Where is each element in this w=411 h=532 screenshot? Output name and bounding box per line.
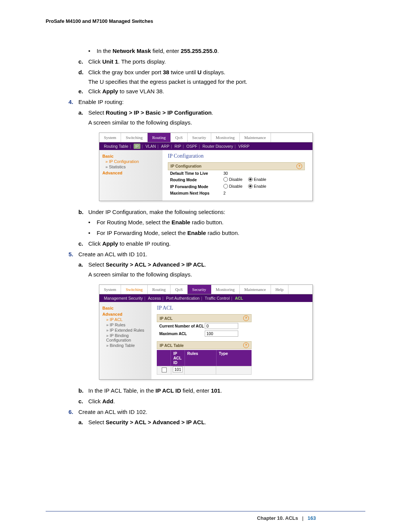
tab-maintenance[interactable]: Maintenance xyxy=(240,285,271,294)
ttl-label: Default Time to Live xyxy=(170,171,223,176)
text: Select Security > ACL > Advanced > IP AC… xyxy=(88,261,206,268)
section-label: IP Configuration xyxy=(170,164,201,168)
sidebar-ip-extended-rules[interactable]: » IP Extended Rules xyxy=(106,328,148,332)
subtab-ip[interactable]: IP xyxy=(134,144,140,149)
tab-system[interactable]: System xyxy=(99,285,121,294)
tab-help[interactable]: Help xyxy=(271,285,288,294)
text: In the Network Mask field, enter 255.255… xyxy=(97,48,219,54)
text: Click Add. xyxy=(88,398,115,404)
subtab-arp[interactable]: ARP xyxy=(161,144,169,149)
subtab-mgmt-security[interactable]: Management Security xyxy=(104,296,143,300)
text: Click the gray box under port 38 twice u… xyxy=(88,69,225,75)
screenshot-ip-configuration: System Switching Routing QoS Security Mo… xyxy=(99,133,313,201)
subtab-router-discovery[interactable]: Router Discovery xyxy=(202,144,233,149)
text: Enable IP routing: xyxy=(78,99,124,105)
text: Click Apply to enable IP routing. xyxy=(88,240,171,247)
subtab-acl[interactable]: ACL xyxy=(235,296,243,300)
sidebar-ip-binding-config[interactable]: » IP Binding Configuration xyxy=(106,333,148,342)
sidebar-ip-acl[interactable]: » IP ACL xyxy=(106,317,148,322)
subtab-access[interactable]: Access xyxy=(148,296,161,300)
panel-title: IP ACL xyxy=(157,305,312,311)
text: Create an ACL with ID 102. xyxy=(78,409,147,415)
help-icon[interactable]: ? xyxy=(243,342,249,348)
subtab-ospf[interactable]: OSPF xyxy=(186,144,198,149)
hops-label: Maximum Next Hops xyxy=(170,191,223,195)
tab-routing[interactable]: Routing xyxy=(148,285,170,294)
th-rules: Rules xyxy=(185,350,217,366)
content-body: • In the Network Mask field, enter 255.2… xyxy=(68,47,365,427)
page-footer: Chapter 10. ACLs | 163 xyxy=(46,511,365,521)
tab-monitoring[interactable]: Monitoring xyxy=(211,133,240,142)
routing-mode-label: Routing Mode xyxy=(170,177,223,182)
current-acl-input[interactable]: 0 xyxy=(205,323,238,329)
fwd-enable-radio[interactable]: Enable xyxy=(248,184,266,189)
text: Select Routing > IP > Basic > IP Configu… xyxy=(88,109,213,116)
help-icon[interactable]: ? xyxy=(243,315,249,321)
section-label: IP ACL xyxy=(159,316,172,321)
current-acl-label: Current Number of ACL xyxy=(159,324,205,328)
subtab-port-auth[interactable]: Port Authentication xyxy=(166,296,199,300)
text: Click Unit 1. The ports display. xyxy=(88,58,166,65)
subtab-vlan[interactable]: VLAN xyxy=(145,144,156,149)
text: Click Apply to save VLAN 38. xyxy=(88,88,164,94)
hops-value: 2 xyxy=(223,191,310,195)
ttl-value: 30 xyxy=(223,171,310,176)
tab-switching[interactable]: Switching xyxy=(121,285,148,294)
page-header: ProSafe M4100 and M7100 Managed Switches xyxy=(46,18,365,24)
screenshot-ip-acl: System Switching Routing QoS Security Mo… xyxy=(99,284,313,380)
text: Create an ACL with ID 101. xyxy=(78,251,147,257)
text: A screen similar to the following displa… xyxy=(88,119,365,126)
sidebar-ip-rules[interactable]: » IP Rules xyxy=(106,323,148,327)
fwd-disable-radio[interactable]: Disable xyxy=(223,184,242,189)
tab-security[interactable]: Security xyxy=(188,285,211,294)
sidebar-basic[interactable]: Basic xyxy=(102,306,148,310)
sidebar-advanced[interactable]: Advanced xyxy=(102,171,159,175)
tab-qos[interactable]: QoS xyxy=(170,133,188,142)
text: Select Security > ACL > Advanced > IP AC… xyxy=(88,419,206,425)
tab-routing[interactable]: Routing xyxy=(148,133,170,142)
row-checkbox[interactable] xyxy=(162,367,167,372)
tab-system[interactable]: System xyxy=(99,133,121,142)
sidebar-statistics[interactable]: » Statistics xyxy=(105,165,159,169)
tab-qos[interactable]: QoS xyxy=(170,285,188,294)
subtab-traffic-control[interactable]: Traffic Control xyxy=(205,296,229,300)
routing-disable-radio[interactable]: Disable xyxy=(223,177,242,182)
tab-security[interactable]: Security xyxy=(188,133,211,142)
sidebar-ip-configuration[interactable]: » IP Configuration xyxy=(105,159,159,164)
max-acl-label: Maximum ACL xyxy=(159,331,205,336)
tab-switching[interactable]: Switching xyxy=(121,133,148,142)
subtab-vrrp[interactable]: VRRP xyxy=(238,144,249,149)
panel-title: IP Configuration xyxy=(168,153,312,159)
text: In the IP ACL Table, in the IP ACL ID fi… xyxy=(88,387,222,394)
routing-enable-radio[interactable]: Enable xyxy=(248,177,266,182)
max-acl-input[interactable]: 100 xyxy=(205,331,238,337)
text: For IP Forwarding Mode, select the Enabl… xyxy=(97,230,239,236)
sidebar-binding-table[interactable]: » Binding Table xyxy=(106,343,148,348)
th-type: Type xyxy=(217,350,252,366)
text: A screen similar to the following displa… xyxy=(88,271,365,278)
text: Under IP Configuration, make the followi… xyxy=(88,209,225,215)
th-ip-acl-id: IP ACL ID xyxy=(171,350,185,366)
fwd-mode-label: IP Forwarding Mode xyxy=(170,184,223,189)
text: The U specifies that the egress packet i… xyxy=(88,78,365,85)
text: For Routing Mode, select the Enable radi… xyxy=(97,219,224,225)
subtab-rip[interactable]: RIP xyxy=(175,144,182,149)
tab-maintenance[interactable]: Maintenance xyxy=(240,133,271,142)
tab-monitoring[interactable]: Monitoring xyxy=(211,285,240,294)
help-icon[interactable]: ? xyxy=(296,163,302,169)
sidebar-basic[interactable]: Basic xyxy=(102,154,159,158)
sidebar-advanced[interactable]: Advanced xyxy=(102,312,148,316)
subtab-routing-table[interactable]: Routing Table xyxy=(104,144,128,149)
ip-acl-id-input[interactable]: 101 xyxy=(173,366,183,372)
section-label: IP ACL Table xyxy=(159,343,183,348)
